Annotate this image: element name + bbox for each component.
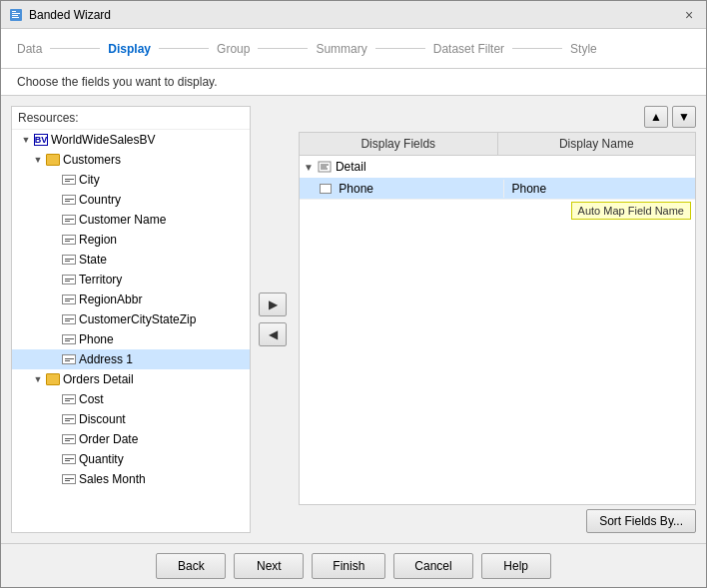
step-dataset-filter[interactable]: Dataset Filter [433,42,504,56]
detail-group-label: Detail [336,160,366,174]
cancel-button[interactable]: Cancel [393,553,472,579]
row-icon-phone [320,184,332,194]
title-bar: Banded Wizard × [1,1,706,29]
tree-label-regionabbr: RegionAbbr [79,293,142,306]
field-icon-state [62,255,76,265]
svg-rect-4 [12,17,19,18]
tree-item-customers[interactable]: ▼ Customers [12,150,250,170]
table-group-detail[interactable]: ▼ Detail [300,156,695,178]
expand-icon-customers: ▼ [32,154,44,166]
tree-item-state[interactable]: ▶ State [12,250,250,270]
field-icon-territory [62,275,76,285]
tree-item-region[interactable]: ▶ Region [12,230,250,250]
table-cell-display-field-phone[interactable]: Phone [300,180,504,198]
add-field-button[interactable]: ▶ [259,293,287,316]
tree-label-order-date: Order Date [79,432,138,446]
tree-label-territory: Territory [79,273,122,287]
wizard-icon [9,8,23,22]
right-bottom: Sort Fields By... [299,509,696,533]
expand-icon-detail: ▼ [304,162,314,173]
title-bar-left: Banded Wizard [9,8,111,22]
field-icon-city [62,175,76,185]
step-display[interactable]: Display [108,42,151,56]
field-icon-country [62,195,76,205]
back-button[interactable]: Back [156,553,226,579]
step-divider-3 [258,48,308,49]
step-divider-1 [50,48,100,49]
field-icon-customercsz [62,314,76,324]
tree-item-territory[interactable]: ▶ Territory [12,270,250,290]
banded-wizard-window: Banded Wizard × Data Display Group Summa… [0,0,707,588]
tree-item-quantity[interactable]: ▶ Quantity [12,449,250,469]
tree-item-customer-name[interactable]: ▶ Customer Name [12,210,250,230]
left-panel: Resources: ▼ BV WorldWideSalesBV ▼ Custo… [11,106,251,533]
expand-icon-orders: ▼ [32,373,44,385]
sort-fields-button[interactable]: Sort Fields By... [586,509,696,533]
tree-label-cost: Cost [79,392,104,406]
step-summary[interactable]: Summary [316,42,366,56]
remove-field-button[interactable]: ◀ [259,322,287,346]
field-icon-cost [62,394,76,404]
table-body[interactable]: ▼ Detail Pho [300,156,695,504]
sort-up-button[interactable]: ▲ [644,106,668,128]
table-cell-display-name-phone[interactable]: Phone [504,180,696,198]
column-header-display-name: Display Name [498,133,696,155]
resources-label: Resources: [12,107,250,129]
subtitle: Choose the fields you want to display. [1,69,706,96]
svg-rect-2 [12,13,20,14]
field-icon-regionabbr [62,294,76,304]
step-group[interactable]: Group [217,42,250,56]
table-row-phone[interactable]: Phone Phone [300,178,695,200]
tree-item-orders-detail[interactable]: ▼ Orders Detail [12,369,250,389]
tree-label-address1: Address 1 [79,352,133,366]
tree-label-discount: Discount [79,412,126,426]
tree-label-root: WorldWideSalesBV [51,133,155,147]
display-table: Display Fields Display Name ▼ Detail [299,132,696,505]
step-data[interactable]: Data [17,42,42,56]
tree-item-regionabbr[interactable]: ▶ RegionAbbr [12,290,250,309]
bv-icon: BV [34,134,48,146]
tree-item-cost[interactable]: ▶ Cost [12,389,250,409]
field-icon-customer-name [62,215,76,225]
step-divider-4 [375,48,425,49]
tree-item-address1[interactable]: ▶ Address 1 [12,349,250,369]
step-divider-5 [512,48,562,49]
tree-item-country[interactable]: ▶ Country [12,190,250,210]
tree-label-region: Region [79,233,117,247]
tree-item-root[interactable]: ▼ BV WorldWideSalesBV [12,130,250,150]
right-panel: ▲ ▼ Display Fields Display Name ▼ [299,106,696,533]
table-header: Display Fields Display Name [300,133,695,156]
step-style[interactable]: Style [570,42,597,56]
field-icon-address1 [62,354,76,364]
tree-label-orders-detail: Orders Detail [63,372,134,386]
bottom-bar: Back Next Finish Cancel Help [1,543,706,587]
tree-label-sales-month: Sales Month [79,472,146,486]
middle-panel: ▶ ◀ [259,106,291,533]
tree-item-order-date[interactable]: ▶ Order Date [12,429,250,449]
window-title: Banded Wizard [29,8,111,22]
sort-down-button[interactable]: ▼ [672,106,696,128]
tree-item-sales-month[interactable]: ▶ Sales Month [12,469,250,489]
tree-label-phone: Phone [79,332,114,346]
finish-button[interactable]: Finish [312,553,385,579]
tree-item-discount[interactable]: ▶ Discount [12,409,250,429]
folder-icon-customers [46,154,60,166]
folder-icon-orders [46,373,60,385]
tree-item-city[interactable]: ▶ City [12,170,250,190]
field-icon-phone [62,334,76,344]
column-header-display-fields: Display Fields [300,133,498,155]
step-divider-2 [159,48,209,49]
help-button[interactable]: Help [481,553,551,579]
tree-container[interactable]: ▼ BV WorldWideSalesBV ▼ Customers ▶ Ci [12,129,250,532]
tree-item-customercsz[interactable]: ▶ CustomerCityStateZip [12,309,250,329]
tree-label-customers: Customers [63,153,121,167]
tree-label-customer-name: Customer Name [79,213,166,227]
field-icon-discount [62,414,76,424]
next-button[interactable]: Next [234,553,304,579]
svg-rect-1 [12,11,16,12]
close-button[interactable]: × [680,6,698,24]
auto-map-tooltip: Auto Map Field Name [571,202,691,220]
tree-item-phone[interactable]: ▶ Phone [12,329,250,349]
auto-map-area: Auto Map Field Name [300,200,695,222]
tree-label-country: Country [79,193,121,207]
